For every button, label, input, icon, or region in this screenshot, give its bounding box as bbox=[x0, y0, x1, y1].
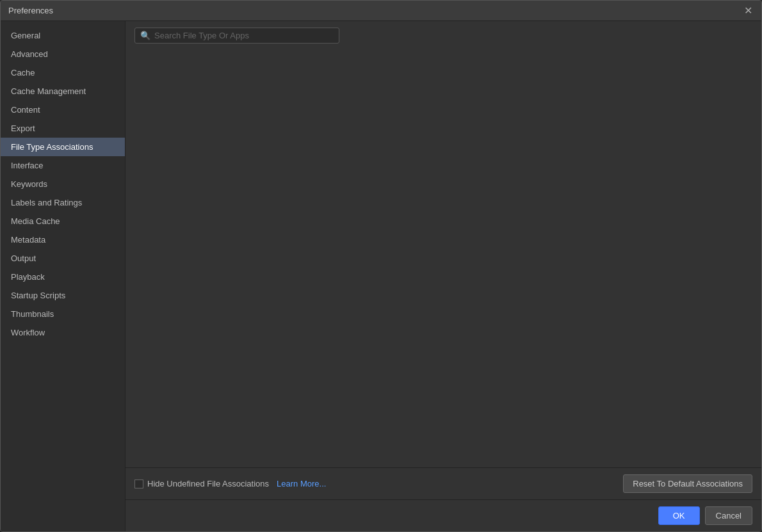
main-content: GeneralAdvancedCacheCache ManagementCont… bbox=[1, 21, 761, 531]
sidebar-item-output[interactable]: Output bbox=[1, 249, 125, 268]
sidebar-item-cache[interactable]: Cache bbox=[1, 63, 125, 82]
search-bar: 🔍 bbox=[126, 21, 761, 50]
sidebar-item-metadata[interactable]: Metadata bbox=[1, 230, 125, 249]
sidebar-item-file-type-associations[interactable]: File Type Associations bbox=[1, 138, 125, 156]
sidebar-item-advanced[interactable]: Advanced bbox=[1, 45, 125, 63]
sidebar-item-labels-and-ratings[interactable]: Labels and Ratings bbox=[1, 193, 125, 212]
sidebar-item-keywords[interactable]: Keywords bbox=[1, 175, 125, 193]
search-wrapper: 🔍 bbox=[134, 28, 339, 44]
footer: Hide Undefined File Associations Learn M… bbox=[126, 467, 761, 499]
sidebar-item-content[interactable]: Content bbox=[1, 101, 125, 119]
bottom-bar: OK Cancel bbox=[126, 499, 761, 531]
window-title: Preferences bbox=[8, 6, 53, 15]
sidebar-item-thumbnails[interactable]: Thumbnails bbox=[1, 305, 125, 323]
file-type-table bbox=[126, 50, 761, 467]
sidebar-item-workflow[interactable]: Workflow bbox=[1, 323, 125, 342]
hide-undefined-label: Hide Undefined File Associations bbox=[147, 479, 269, 488]
close-button[interactable]: ✕ bbox=[742, 5, 754, 17]
reset-button[interactable]: Reset To Default Associations bbox=[623, 474, 752, 493]
footer-left: Hide Undefined File Associations Learn M… bbox=[134, 479, 326, 488]
learn-more-link[interactable]: Learn More... bbox=[277, 479, 326, 488]
sidebar-item-general[interactable]: General bbox=[1, 26, 125, 45]
sidebar-item-media-cache[interactable]: Media Cache bbox=[1, 212, 125, 230]
search-input[interactable] bbox=[154, 31, 334, 40]
hide-undefined-checkbox[interactable] bbox=[134, 480, 143, 488]
sidebar-item-playback[interactable]: Playback bbox=[1, 268, 125, 286]
ok-button[interactable]: OK bbox=[658, 506, 700, 525]
sidebar-item-export[interactable]: Export bbox=[1, 119, 125, 138]
title-bar: Preferences ✕ bbox=[1, 1, 761, 21]
sidebar-item-interface[interactable]: Interface bbox=[1, 156, 125, 175]
cancel-button[interactable]: Cancel bbox=[705, 506, 752, 525]
sidebar: GeneralAdvancedCacheCache ManagementCont… bbox=[1, 21, 126, 531]
sidebar-item-cache-management[interactable]: Cache Management bbox=[1, 82, 125, 101]
content-area: 🔍 Hide Undefined File Associations Learn… bbox=[126, 21, 761, 531]
preferences-window: Preferences ✕ GeneralAdvancedCacheCache … bbox=[0, 0, 762, 532]
search-icon: 🔍 bbox=[140, 31, 150, 40]
sidebar-item-startup-scripts[interactable]: Startup Scripts bbox=[1, 286, 125, 305]
hide-undefined-wrapper[interactable]: Hide Undefined File Associations bbox=[134, 479, 269, 488]
